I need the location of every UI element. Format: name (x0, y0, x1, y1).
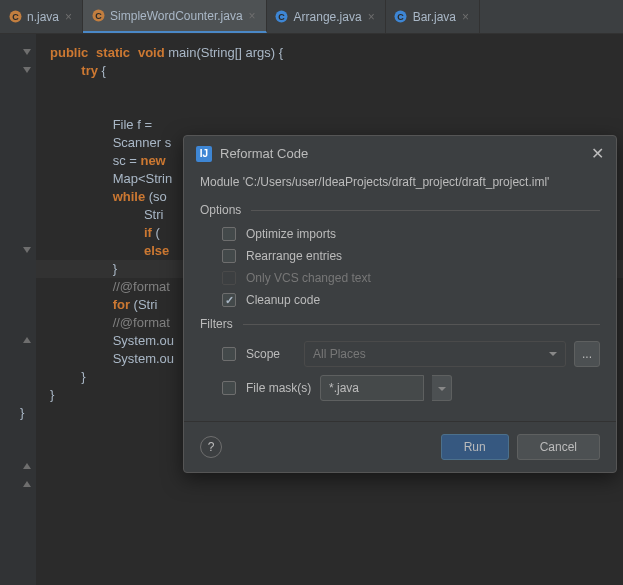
checkbox-checked[interactable] (222, 293, 236, 307)
rearrange-entries-row[interactable]: Rearrange entries (222, 249, 600, 263)
svg-text:C: C (12, 12, 19, 22)
scope-dropdown[interactable]: All Places (304, 341, 566, 367)
dialog-footer: ? Run Cancel (184, 421, 616, 472)
help-button[interactable]: ? (200, 436, 222, 458)
svg-text:C: C (397, 12, 404, 22)
scope-label: Scope (246, 347, 280, 361)
svg-text:C: C (278, 12, 285, 22)
options-section-title: Options (200, 203, 600, 217)
tab-arrange-java[interactable]: C Arrange.java × (267, 0, 386, 33)
close-icon[interactable]: ✕ (591, 144, 604, 163)
fold-up-icon[interactable] (22, 480, 32, 490)
filemask-input[interactable]: *.java (320, 375, 424, 401)
filters-section-title: Filters (200, 317, 600, 331)
tab-bar-java[interactable]: C Bar.java × (386, 0, 480, 33)
checkbox-unchecked[interactable] (222, 227, 236, 241)
tab-label: SimpleWordCounter.java (110, 9, 243, 23)
java-class-icon: C (394, 10, 408, 24)
filemask-label: File mask(s) (246, 381, 311, 395)
dialog-titlebar: IJ Reformat Code ✕ (184, 136, 616, 171)
scope-checkbox[interactable] (222, 347, 236, 361)
java-class-icon: C (275, 10, 289, 24)
fold-icon[interactable] (22, 246, 32, 256)
cancel-button[interactable]: Cancel (517, 434, 600, 460)
fold-up-icon[interactable] (22, 336, 32, 346)
tab-simplewordcounter-java[interactable]: C SimpleWordCounter.java × (83, 0, 267, 33)
scope-row: Scope All Places ... (222, 341, 600, 367)
only-vcs-row: Only VCS changed text (222, 271, 600, 285)
tab-n-java[interactable]: C n.java × (0, 0, 83, 33)
rearrange-entries-label: Rearrange entries (246, 249, 342, 263)
optimize-imports-row[interactable]: Optimize imports (222, 227, 600, 241)
scope-ellipsis-button[interactable]: ... (574, 341, 600, 367)
cleanup-code-row[interactable]: Cleanup code (222, 293, 600, 307)
filemask-row: File mask(s) *.java (222, 375, 600, 401)
close-icon[interactable]: × (462, 10, 469, 24)
filemask-checkbox[interactable] (222, 381, 236, 395)
fold-icon[interactable] (22, 66, 32, 76)
java-class-icon: C (8, 10, 22, 24)
tab-label: Bar.java (413, 10, 456, 24)
optimize-imports-label: Optimize imports (246, 227, 336, 241)
reformat-code-dialog: IJ Reformat Code ✕ Module 'C:/Users/user… (183, 135, 617, 473)
tab-label: n.java (27, 10, 59, 24)
run-button[interactable]: Run (441, 434, 509, 460)
intellij-icon: IJ (196, 146, 212, 162)
checkbox-unchecked[interactable] (222, 249, 236, 263)
close-icon[interactable]: × (368, 10, 375, 24)
fold-icon[interactable] (22, 48, 32, 58)
dialog-title-text: Reformat Code (220, 146, 308, 161)
close-icon[interactable]: × (249, 9, 256, 23)
fold-up-icon[interactable] (22, 462, 32, 472)
checkbox-disabled (222, 271, 236, 285)
tab-label: Arrange.java (294, 10, 362, 24)
svg-text:C: C (95, 11, 102, 21)
only-vcs-label: Only VCS changed text (246, 271, 371, 285)
cleanup-code-label: Cleanup code (246, 293, 320, 307)
close-icon[interactable]: × (65, 10, 72, 24)
filemask-dropdown-button[interactable] (432, 375, 452, 401)
editor-tabs: C n.java × C SimpleWordCounter.java × C … (0, 0, 623, 34)
java-class-icon: C (91, 9, 105, 23)
module-path: Module 'C:/Users/user/IdeaProjects/draft… (200, 175, 600, 189)
editor-gutter (0, 34, 36, 585)
